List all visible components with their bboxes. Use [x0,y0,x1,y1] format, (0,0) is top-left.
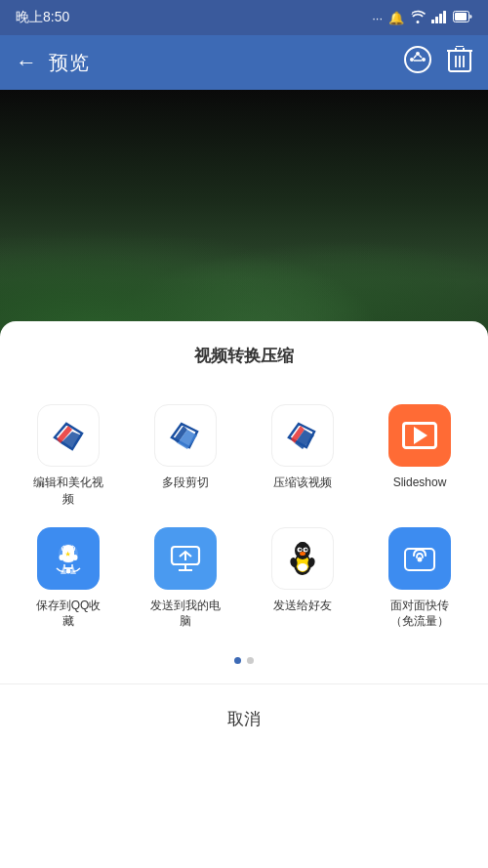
svg-point-59 [418,557,423,561]
wifi-icon [410,10,426,26]
svg-rect-5 [455,13,467,21]
svg-rect-0 [431,20,434,23]
bell-icon: 🔔 [388,11,404,25]
svg-point-9 [422,58,426,62]
app-label-compress: 压缩该视频 [273,475,332,491]
app-item-monitor[interactable]: 发送到我的电脑 [127,517,244,641]
svg-marker-38 [61,566,66,574]
svg-point-6 [405,47,430,72]
cancel-area: 取消 [0,683,488,754]
svg-marker-39 [70,566,76,574]
delete-button[interactable] [447,46,472,79]
svg-point-37 [66,568,71,573]
battery-icon [453,11,472,25]
app-label-friend: 发送给好友 [273,598,332,614]
sheet-title: 视频转换压缩 [0,345,488,367]
svg-point-53 [300,552,305,556]
slideshow-play-triangle [414,427,427,444]
bottom-sheet: 视频转换压缩 编辑和美化视频 [0,321,488,868]
slideshow-icon-inner [402,422,437,449]
apps-grid: 编辑和美化视频 多段剪切 [0,394,488,640]
top-bar: ← 预览 [0,35,488,90]
app-icon-cut [154,404,217,467]
svg-point-35 [73,555,78,560]
app-label-edit: 编辑和美化视频 [33,475,103,508]
svg-point-56 [298,563,307,571]
pagination-dots [0,657,488,664]
app-item-edit[interactable]: 编辑和美化视频 [10,394,127,517]
svg-point-7 [410,58,414,62]
svg-point-8 [416,52,420,56]
svg-point-34 [60,555,64,560]
app-item-friend[interactable]: 发送给好友 [244,517,361,641]
app-label-qq-save: 保存到QQ收藏 [36,598,102,631]
share-button[interactable] [404,46,431,79]
status-bar: 晚上8:50 ··· 🔔 [0,0,488,35]
signal-bars-icon [431,10,447,26]
app-icon-compress [271,404,334,467]
app-icon-face [388,527,451,590]
app-item-compress[interactable]: 压缩该视频 [244,394,361,517]
app-icon-qq-save [37,527,100,590]
svg-line-11 [420,56,423,59]
app-item-qq-save[interactable]: 保存到QQ收藏 [10,517,127,641]
app-label-monitor: 发送到我的电脑 [150,598,221,631]
svg-point-51 [299,548,301,550]
app-icon-friend [271,527,334,590]
svg-rect-2 [439,14,442,23]
svg-line-10 [414,56,417,59]
app-label-face: 面对面快传（免流量） [390,598,449,631]
app-item-slideshow[interactable]: Slideshow [361,394,478,517]
svg-rect-1 [435,17,438,23]
back-button[interactable]: ← [16,50,37,75]
app-icon-edit [37,404,100,467]
app-item-cut[interactable]: 多段剪切 [127,394,244,517]
status-icons: ··· 🔔 [372,10,472,26]
dot-2 [247,657,254,664]
svg-point-52 [305,548,306,550]
top-action-buttons [404,46,472,79]
page-title: 预览 [49,50,404,76]
cancel-button[interactable]: 取消 [0,700,488,738]
dot-1 [234,657,241,664]
app-icon-slideshow [388,404,451,467]
svg-rect-3 [443,11,446,23]
svg-point-57 [299,542,306,548]
time-display: 晚上8:50 [16,9,69,26]
app-item-face[interactable]: 面对面快传（免流量） [361,517,478,641]
signal-dots-icon: ··· [372,11,383,25]
app-label-slideshow: Slideshow [393,475,447,491]
app-icon-monitor [154,527,217,590]
app-label-cut: 多段剪切 [162,475,209,491]
